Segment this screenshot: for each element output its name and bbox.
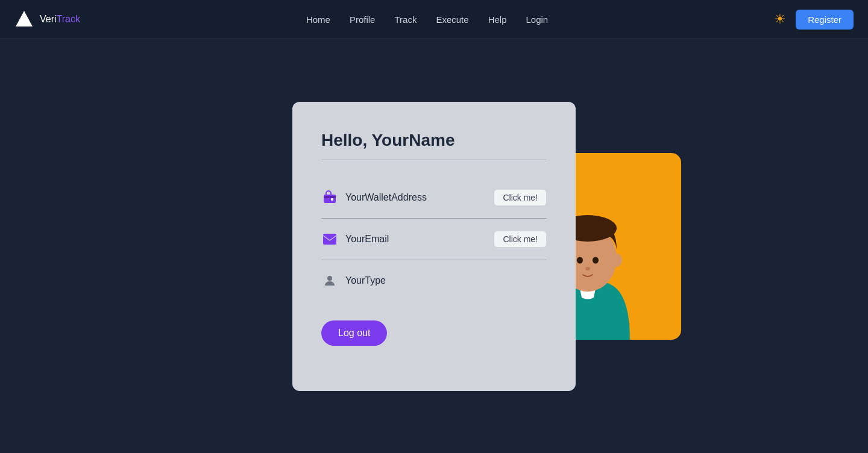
nav-link-home[interactable]: Home bbox=[306, 14, 330, 25]
svg-rect-3 bbox=[331, 198, 333, 201]
svg-rect-2 bbox=[324, 196, 336, 198]
wallet-label: YourWalletAddress bbox=[345, 192, 486, 203]
nav-brand: VeriTrack bbox=[40, 14, 80, 25]
email-click-button[interactable]: Click me! bbox=[494, 231, 547, 248]
theme-toggle-icon[interactable]: ☀ bbox=[774, 11, 786, 27]
wallet-icon bbox=[321, 189, 338, 206]
person-icon bbox=[321, 272, 338, 289]
nav-right-area: ☀ Register bbox=[774, 10, 854, 30]
svg-point-12 bbox=[585, 267, 590, 270]
email-label: YourEmail bbox=[345, 234, 486, 245]
brand-veri: Veri bbox=[40, 14, 57, 24]
svg-point-11 bbox=[593, 257, 599, 263]
register-button[interactable]: Register bbox=[796, 10, 854, 30]
type-row: YourType bbox=[321, 260, 547, 301]
svg-marker-0 bbox=[16, 11, 33, 27]
svg-point-14 bbox=[611, 254, 622, 267]
nav-link-track[interactable]: Track bbox=[394, 14, 417, 25]
email-row: YourEmail Click me! bbox=[321, 219, 547, 260]
nav-brand-area: VeriTrack bbox=[14, 10, 80, 29]
navbar: VeriTrack Home Profile Track Execute Hel… bbox=[0, 0, 868, 39]
email-icon bbox=[321, 231, 338, 248]
nav-links: Home Profile Track Execute Help Login bbox=[306, 14, 548, 25]
nav-link-execute[interactable]: Execute bbox=[436, 14, 468, 25]
brand-track: Track bbox=[57, 14, 80, 24]
svg-point-10 bbox=[577, 257, 583, 263]
logout-button[interactable]: Log out bbox=[321, 320, 387, 346]
logo-icon bbox=[14, 10, 34, 29]
nav-link-profile[interactable]: Profile bbox=[350, 14, 376, 25]
nav-link-login[interactable]: Login bbox=[526, 14, 548, 25]
wallet-click-button[interactable]: Click me! bbox=[494, 189, 547, 206]
greeting-text: Hello, YourName bbox=[321, 131, 547, 160]
main-content: Hello, YourName YourWalletAddress Click … bbox=[0, 39, 868, 453]
wallet-row: YourWalletAddress Click me! bbox=[321, 177, 547, 219]
svg-point-5 bbox=[327, 276, 332, 281]
type-label: YourType bbox=[345, 275, 547, 286]
svg-rect-4 bbox=[323, 234, 336, 245]
profile-card: Hello, YourName YourWalletAddress Click … bbox=[292, 102, 576, 391]
nav-link-help[interactable]: Help bbox=[488, 14, 507, 25]
